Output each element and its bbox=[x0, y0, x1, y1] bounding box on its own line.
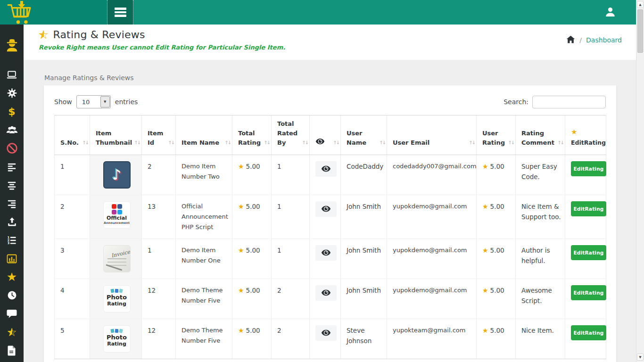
sidebar-item-admin[interactable] bbox=[0, 35, 24, 56]
cell-view bbox=[310, 155, 341, 195]
view-rating-button[interactable] bbox=[315, 161, 337, 177]
star-icon: ★ bbox=[482, 203, 488, 210]
sidebar-item-documents[interactable] bbox=[0, 341, 24, 360]
star-icon: ★ bbox=[482, 287, 488, 294]
cell-item-id: 12 bbox=[142, 279, 176, 319]
column-header-item-name[interactable]: Item Name↑↓ bbox=[176, 115, 232, 155]
edit-rating-button[interactable]: EditRating bbox=[571, 201, 606, 216]
cell-user-name: John Smith bbox=[341, 279, 387, 319]
sidebar-item-comments[interactable] bbox=[0, 304, 24, 323]
column-header-item-thumbnail[interactable]: Item Thumbnail↑↓ bbox=[90, 115, 142, 155]
cell-item-name: Demo Item Number One bbox=[176, 239, 232, 279]
search-input[interactable] bbox=[532, 96, 606, 108]
column-header-total-rating[interactable]: Total Rating↑↓ bbox=[232, 115, 272, 155]
sidebar-item-list-left[interactable] bbox=[0, 157, 24, 176]
cell-item-id: 2 bbox=[142, 155, 176, 195]
star-icon: ★ bbox=[482, 247, 488, 254]
view-rating-button[interactable] bbox=[315, 245, 337, 261]
eye-icon bbox=[321, 249, 331, 256]
sidebar-item-list-center[interactable] bbox=[0, 176, 24, 194]
cell-item-id: 13 bbox=[142, 195, 176, 239]
sidebar-item-ratings[interactable]: ★ bbox=[0, 268, 24, 286]
page-title: Rating & Reviews bbox=[53, 29, 145, 41]
column-header-user-name[interactable]: User Name↑↓ bbox=[341, 115, 387, 155]
table-controls: Show 10 ▼ entries Search: bbox=[54, 95, 606, 108]
star-icon: ★ bbox=[238, 163, 244, 170]
star-icon: ★ bbox=[482, 163, 488, 170]
cell-user-email: yupokdemo@gmail.com bbox=[387, 239, 477, 279]
search-label: Search: bbox=[504, 98, 528, 106]
cell-user-email: yupokdemo@gmail.com bbox=[387, 279, 477, 319]
sidebar-item-users[interactable] bbox=[0, 121, 24, 139]
sort-icon: ↑↓ bbox=[264, 138, 270, 148]
breadcrumb-dashboard-link[interactable]: Dashboard bbox=[586, 36, 622, 44]
table-header-row: S.No.↑↓Item Thumbnail↑↓Item Id↑↓Item Nam… bbox=[55, 115, 606, 155]
topbar bbox=[0, 0, 636, 25]
column-header-user-rating[interactable]: User Rating↑↓ bbox=[477, 115, 516, 155]
sidebar-item-restricted[interactable] bbox=[0, 139, 24, 157]
ban-icon bbox=[6, 142, 18, 154]
user-menu-button[interactable] bbox=[604, 6, 617, 20]
cell-sno: 3 bbox=[55, 239, 90, 279]
scroll-up-icon[interactable]: ▲ bbox=[637, 1, 644, 8]
star-half-icon: ☆★ bbox=[7, 327, 17, 338]
cell-sno: 4 bbox=[55, 279, 90, 319]
item-thumbnail: Invoice bbox=[103, 245, 131, 272]
column-header-visibility[interactable]: ↑↓ bbox=[310, 115, 341, 155]
sort-icon: ↑↓ bbox=[557, 138, 563, 148]
item-thumbnail: PhotoRating bbox=[103, 285, 131, 313]
column-header-total-rated-by[interactable]: Total Rated By↑↓ bbox=[272, 115, 310, 155]
cell-rating-comment: Author is helpful. bbox=[516, 239, 565, 279]
sidebar-item-ordered-list[interactable]: 1 2 3 bbox=[0, 231, 24, 249]
entries-select-value: 10 bbox=[77, 96, 100, 108]
column-header-sno[interactable]: S.No.↑↓ bbox=[55, 115, 90, 155]
cell-user-rating: ★5.00 bbox=[477, 155, 516, 195]
scroll-down-icon[interactable]: ▼ bbox=[637, 354, 644, 361]
sidebar-item-history[interactable] bbox=[0, 286, 24, 304]
column-header-user-email[interactable]: User Email↑↓ bbox=[387, 115, 477, 155]
sidebar-item-upload[interactable] bbox=[0, 213, 24, 231]
star-icon: ★ bbox=[7, 271, 17, 283]
sidebar-item-reports[interactable] bbox=[0, 249, 24, 268]
cell-user-email: yupokdemo@gmail.com bbox=[387, 195, 477, 239]
list-ol-icon: 1 2 3 bbox=[7, 235, 17, 246]
column-header-item-id[interactable]: Item Id↑↓ bbox=[142, 115, 176, 155]
edit-rating-button[interactable]: EditRating bbox=[571, 325, 606, 340]
cell-view bbox=[310, 195, 341, 239]
eye-icon bbox=[321, 329, 331, 336]
cell-rating-comment: Awesome Script. bbox=[516, 279, 565, 319]
home-breadcrumb-link[interactable] bbox=[566, 35, 575, 45]
cell-item-name: Demo Item Number Two bbox=[176, 155, 232, 195]
table-row: 4PhotoRating12Demo Theme Number Five★5.0… bbox=[55, 279, 606, 319]
cell-item-name: Demo Theme Number Five bbox=[176, 279, 232, 319]
sidebar-item-desktop[interactable] bbox=[0, 66, 24, 84]
column-header-rating-comment[interactable]: Rating Comment↑↓ bbox=[516, 115, 565, 155]
cell-item-thumbnail: PhotoRating bbox=[90, 279, 142, 319]
sidebar-item-settings[interactable] bbox=[0, 84, 24, 102]
sort-icon: ↑↓ bbox=[82, 138, 88, 148]
sidebar-item-payments[interactable]: $ bbox=[0, 102, 24, 121]
edit-rating-button[interactable]: EditRating bbox=[571, 245, 606, 260]
edit-rating-button[interactable]: EditRating bbox=[571, 161, 606, 176]
table-row: 3Invoice1Demo Item Number One★5.001 John… bbox=[55, 239, 606, 279]
eye-icon bbox=[315, 138, 325, 145]
vertical-scrollbar[interactable]: ▲ ▼ bbox=[636, 0, 644, 362]
cell-total-rating: ★5.00 bbox=[232, 279, 272, 319]
show-label: Show bbox=[54, 98, 72, 106]
sidebar-item-list-right[interactable] bbox=[0, 194, 24, 213]
edit-rating-button[interactable]: EditRating bbox=[571, 285, 606, 300]
scrollbar-thumb[interactable] bbox=[637, 9, 643, 53]
menu-toggle-button[interactable] bbox=[107, 0, 133, 25]
cell-rating-comment: Nice Item. bbox=[516, 319, 565, 359]
sidebar-item-edit-ratings[interactable]: ☆★ bbox=[0, 323, 24, 341]
entries-select[interactable]: 10 ▼ bbox=[76, 95, 111, 108]
page-subtitle: Revoke Right means User cannot Edit Rati… bbox=[39, 44, 285, 51]
cell-item-thumbnail: ♪ bbox=[90, 155, 142, 195]
view-rating-button[interactable] bbox=[315, 285, 337, 301]
view-rating-button[interactable] bbox=[315, 201, 337, 217]
view-rating-button[interactable] bbox=[315, 325, 337, 341]
align-left-icon bbox=[7, 161, 17, 173]
cell-total-rated-by: 1 bbox=[272, 195, 310, 239]
user-icon bbox=[604, 6, 617, 18]
brand-logo[interactable] bbox=[0, 0, 107, 25]
